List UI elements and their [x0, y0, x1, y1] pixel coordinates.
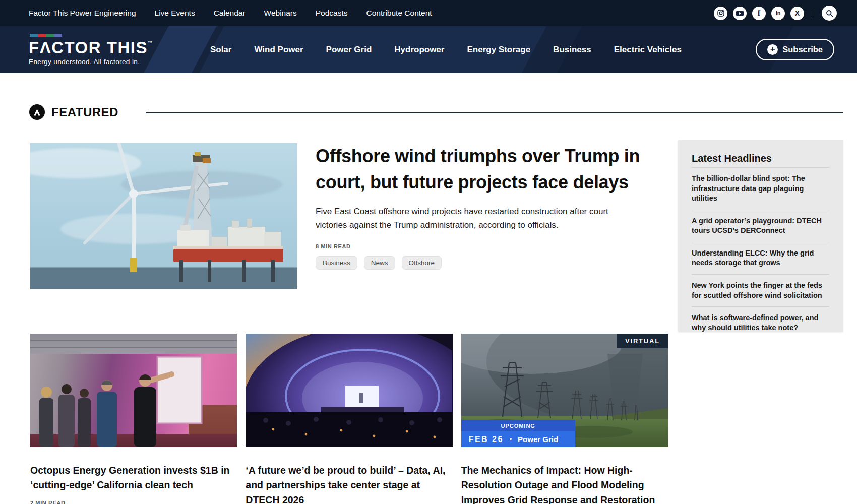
facebook-icon[interactable]: f — [752, 7, 766, 20]
card-image-webinar[interactable]: VIRTUAL UPCOMING FEB 26 • Power Grid — [461, 334, 668, 447]
event-date: FEB 26 — [469, 435, 504, 444]
headline-link[interactable]: Understanding ELCC: Why the grid needs s… — [692, 242, 829, 274]
hero-read-time: 8 MIN READ — [316, 243, 663, 249]
event-banner-upcoming: UPCOMING — [461, 420, 575, 431]
card-image-octopus[interactable] — [30, 334, 237, 447]
latest-headlines-panel: Latest Headlines The billion-dollar blin… — [678, 140, 843, 332]
social-links: f in X — [714, 6, 837, 21]
article-card-dtech: ‘A future we’d be proud to build’ – Data… — [246, 334, 452, 504]
youtube-icon[interactable] — [733, 7, 747, 20]
card-title-octopus[interactable]: Octopus Energy Generation invests $1B in… — [30, 463, 237, 493]
nav-solar[interactable]: Solar — [210, 45, 232, 55]
primary-nav: Solar Wind Power Power Grid Hydropower E… — [210, 45, 682, 55]
event-banner: UPCOMING FEB 26 • Power Grid — [461, 420, 575, 447]
event-banner-date-row: FEB 26 • Power Grid — [461, 431, 575, 447]
hero-article-title[interactable]: Offshore wind triumphs over Trump in cou… — [316, 143, 648, 196]
nav-wind-power[interactable]: Wind Power — [254, 45, 303, 55]
logo-wordmark: FΛCTOR THIS™ — [29, 39, 152, 56]
main-header: FΛCTOR THIS™ Energy understood. All fact… — [0, 26, 857, 73]
hero-article-text: Offshore wind triumphs over Trump in cou… — [297, 143, 668, 289]
headline-link[interactable]: A grid operator’s playground: DTECH tour… — [692, 210, 829, 242]
main-column: Offshore wind triumphs over Trump in cou… — [30, 120, 668, 504]
event-category: Power Grid — [518, 435, 558, 444]
offshore-wind-scene — [30, 143, 297, 289]
tag-news[interactable]: News — [364, 256, 395, 270]
nav-energy-storage[interactable]: Energy Storage — [467, 45, 530, 55]
bullet-icon: • — [510, 436, 512, 443]
featured-section-header: FEATURED — [0, 104, 857, 120]
x-icon[interactable]: X — [790, 7, 804, 20]
office-people-scene — [30, 334, 237, 447]
headline-link[interactable]: The billion-dollar blind spot: The infra… — [692, 167, 829, 210]
nav-business[interactable]: Business — [553, 45, 591, 55]
article-card-webinar: VIRTUAL UPCOMING FEB 26 • Power Grid — [461, 334, 668, 504]
card-title-webinar[interactable]: The Mechanics of Impact: How High-Resolu… — [461, 463, 668, 504]
card-title-dtech[interactable]: ‘A future we’d be proud to build’ – Data… — [246, 463, 452, 504]
upcoming-label: UPCOMING — [501, 423, 535, 429]
virtual-badge: VIRTUAL — [617, 334, 668, 348]
subscribe-label: Subscribe — [782, 45, 823, 54]
nav-hydropower[interactable]: Hydropower — [394, 45, 444, 55]
article-cards-row: Octopus Energy Generation invests $1B in… — [30, 334, 668, 504]
content-area: Offshore wind triumphs over Trump in cou… — [0, 120, 857, 504]
nav-electric-vehicles[interactable]: Electric Vehicles — [614, 45, 682, 55]
search-icon[interactable] — [822, 6, 837, 21]
hero-article-image[interactable] — [30, 143, 297, 289]
nav-power-grid[interactable]: Power Grid — [326, 45, 372, 55]
topbar-link-home[interactable]: Factor This Power Engineering — [29, 9, 136, 18]
card-read-time: 2 MIN READ — [30, 500, 237, 504]
hero-tags: Business News Offshore — [316, 256, 663, 270]
headline-link[interactable]: New York points the finger at the feds f… — [692, 274, 829, 306]
featured-rule — [146, 112, 843, 113]
card-image-dtech[interactable] — [246, 334, 452, 447]
tag-business[interactable]: Business — [316, 256, 357, 270]
tag-offshore[interactable]: Offshore — [402, 256, 442, 270]
hero-article: Offshore wind triumphs over Trump in cou… — [30, 143, 668, 289]
hero-article-excerpt: Five East Coast offshore wind projects h… — [316, 205, 638, 232]
subscribe-button[interactable]: + Subscribe — [756, 39, 834, 60]
article-card-octopus: Octopus Energy Generation invests $1B in… — [30, 334, 237, 504]
topbar-link-podcasts[interactable]: Podcasts — [316, 9, 348, 18]
topbar-links: Factor This Power Engineering Live Event… — [29, 9, 432, 18]
linkedin-icon[interactable]: in — [771, 7, 785, 20]
topbar-link-contribute[interactable]: Contribute Content — [366, 9, 432, 18]
logo-tagline: Energy understood. All factored in. — [29, 58, 152, 66]
top-utility-bar: Factor This Power Engineering Live Event… — [0, 0, 857, 26]
site-logo[interactable]: FΛCTOR THIS™ Energy understood. All fact… — [29, 34, 152, 66]
divider — [813, 10, 813, 17]
featured-label: FEATURED — [51, 105, 118, 119]
plus-icon: + — [767, 44, 778, 55]
latest-headlines-title: Latest Headlines — [692, 153, 829, 164]
instagram-icon[interactable] — [714, 7, 727, 20]
topbar-link-calendar[interactable]: Calendar — [214, 9, 246, 18]
logo-color-bar — [30, 34, 62, 37]
conference-dome-scene — [246, 334, 452, 447]
page: Factor This Power Engineering Live Event… — [0, 0, 857, 504]
topbar-link-webinars[interactable]: Webinars — [264, 9, 297, 18]
headline-link[interactable]: What is software-defined power, and why … — [692, 306, 829, 339]
topbar-link-live-events[interactable]: Live Events — [155, 9, 195, 18]
factor-this-mark-icon — [29, 104, 45, 120]
